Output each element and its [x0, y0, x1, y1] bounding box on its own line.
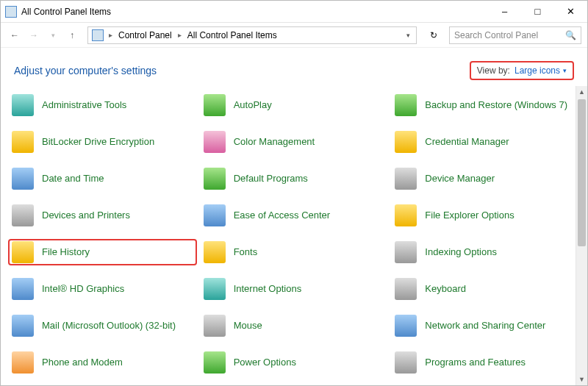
indexing-options-icon	[394, 240, 417, 264]
view-by-selector[interactable]: View by: Large icons ▾	[470, 61, 574, 80]
chevron-right-icon[interactable]: ▸	[106, 31, 115, 39]
address-dropdown-icon[interactable]: ▾	[401, 32, 415, 39]
address-bar[interactable]: ▸ Control Panel ▸ All Control Panel Item…	[87, 26, 417, 44]
cp-item-ease-of-access-center[interactable]: Ease of Access Center	[200, 202, 389, 229]
power-options-icon	[203, 351, 226, 374]
cp-item-backup-and-restore[interactable]: Backup and Restore (Windows 7)	[391, 92, 580, 118]
cp-item-power-options[interactable]: Power Options	[200, 349, 389, 376]
heading-row: Adjust your computer's settings View by:…	[1, 48, 587, 85]
cp-item-file-explorer-options[interactable]: File Explorer Options	[391, 202, 580, 229]
file-history-icon	[11, 240, 35, 264]
refresh-button[interactable]: ↻	[424, 26, 443, 44]
cp-item-label: Credential Manager	[425, 136, 509, 148]
search-input[interactable]: Search Control Panel 🔍	[449, 26, 581, 44]
cp-item-internet-options[interactable]: Internet Options	[200, 276, 389, 302]
cp-item-label: Phone and Modem	[42, 357, 123, 368]
cp-item-keyboard[interactable]: Keyboard	[391, 276, 580, 302]
cp-item-label: AutoPlay	[234, 99, 272, 111]
search-icon: 🔍	[565, 30, 576, 40]
phone-and-modem-icon	[11, 351, 35, 374]
cp-item-fonts[interactable]: Fonts	[200, 239, 389, 265]
cp-item-credential-manager[interactable]: Credential Manager	[391, 129, 580, 155]
programs-and-features-icon	[394, 351, 417, 374]
autoplay-icon	[203, 93, 226, 117]
navbar: ← → ▾ ↑ ▸ Control Panel ▸ All Control Pa…	[1, 23, 587, 48]
breadcrumb-root[interactable]: Control Panel	[115, 30, 175, 40]
cp-item-phone-and-modem[interactable]: Phone and Modem	[8, 349, 197, 376]
cp-item-label: Power Options	[234, 357, 296, 368]
up-button[interactable]: ↑	[64, 27, 80, 43]
vertical-scrollbar[interactable]: ▲ ▼	[576, 86, 587, 385]
cp-item-network-and-sharing-center[interactable]: Network and Sharing Center	[391, 312, 580, 339]
default-programs-icon	[203, 167, 226, 190]
cp-item-label: Devices and Printers	[42, 210, 130, 221]
date-and-time-icon	[11, 167, 35, 190]
intel-hd-graphics-icon	[11, 277, 35, 301]
internet-options-icon	[203, 277, 226, 301]
cp-item-label: Backup and Restore (Windows 7)	[425, 99, 567, 111]
credential-manager-icon	[394, 130, 417, 154]
minimize-button[interactable]: –	[488, 1, 521, 23]
cp-item-devices-and-printers[interactable]: Devices and Printers	[8, 202, 197, 229]
cp-item-label: Internet Options	[234, 283, 302, 295]
back-button[interactable]: ←	[7, 27, 23, 43]
cp-item-label: Fonts	[234, 246, 258, 258]
window-buttons: – □ ✕	[488, 1, 587, 23]
cp-item-label: Administrative Tools	[42, 99, 126, 111]
forward-button[interactable]: →	[26, 27, 42, 43]
page-heading: Adjust your computer's settings	[14, 65, 157, 76]
bitlocker-drive-encryption-icon	[11, 130, 35, 154]
cp-item-label: Device Manager	[425, 173, 495, 185]
cp-item-label: Indexing Options	[425, 246, 497, 258]
cp-item-indexing-options[interactable]: Indexing Options	[391, 239, 580, 265]
cp-item-bitlocker-drive-encryption[interactable]: BitLocker Drive Encryption	[8, 129, 197, 155]
cp-item-mouse[interactable]: Mouse	[200, 312, 389, 339]
cp-item-label: Color Management	[234, 136, 315, 148]
cp-item-label: Date and Time	[42, 173, 104, 185]
cp-item-label: BitLocker Drive Encryption	[42, 136, 154, 148]
scroll-thumb[interactable]	[578, 99, 586, 246]
ease-of-access-center-icon	[203, 204, 226, 227]
cp-item-administrative-tools[interactable]: Administrative Tools	[8, 92, 197, 118]
breadcrumb-current[interactable]: All Control Panel Items	[184, 30, 280, 40]
window-title: All Control Panel Items	[21, 7, 488, 17]
view-by-label: View by:	[477, 65, 510, 76]
close-button[interactable]: ✕	[554, 1, 587, 23]
recent-locations-button[interactable]: ▾	[45, 27, 61, 43]
cp-item-label: Default Programs	[234, 173, 308, 185]
control-panel-icon	[92, 29, 104, 41]
cp-item-label: Mouse	[234, 320, 262, 332]
cp-item-autoplay[interactable]: AutoPlay	[200, 92, 389, 118]
scroll-up-button[interactable]: ▲	[576, 86, 587, 98]
cp-item-label: Intel® HD Graphics	[42, 283, 124, 295]
cp-item-programs-and-features[interactable]: Programs and Features	[391, 349, 580, 376]
cp-item-label: Programs and Features	[425, 357, 526, 368]
cp-item-label: File History	[42, 246, 90, 258]
cp-item-label: Mail (Microsoft Outlook) (32-bit)	[42, 320, 176, 332]
cp-item-file-history[interactable]: File History	[8, 239, 197, 265]
file-explorer-options-icon	[394, 204, 417, 227]
keyboard-icon	[394, 277, 417, 301]
backup-and-restore-icon	[394, 93, 417, 117]
devices-and-printers-icon	[11, 204, 35, 227]
view-by-value: Large icons	[514, 65, 560, 76]
cp-item-color-management[interactable]: Color Management	[200, 129, 389, 155]
chevron-right-icon[interactable]: ▸	[175, 31, 184, 39]
color-management-icon	[203, 130, 226, 154]
search-placeholder: Search Control Panel	[454, 30, 538, 40]
scroll-down-button[interactable]: ▼	[576, 374, 587, 385]
cp-item-mail-outlook[interactable]: Mail (Microsoft Outlook) (32-bit)	[8, 312, 197, 339]
items-grid: Administrative ToolsAutoPlayBackup and R…	[1, 86, 587, 382]
cp-item-default-programs[interactable]: Default Programs	[200, 165, 389, 192]
administrative-tools-icon	[11, 93, 35, 117]
chevron-down-icon: ▾	[563, 67, 567, 74]
maximize-button[interactable]: □	[521, 1, 554, 23]
cp-item-date-and-time[interactable]: Date and Time	[8, 165, 197, 192]
titlebar: All Control Panel Items – □ ✕	[1, 1, 587, 23]
cp-item-label: Keyboard	[425, 283, 466, 295]
content-area: Administrative ToolsAutoPlayBackup and R…	[1, 86, 587, 385]
cp-item-device-manager[interactable]: Device Manager	[391, 165, 580, 192]
cp-item-intel-hd-graphics[interactable]: Intel® HD Graphics	[8, 276, 197, 302]
mouse-icon	[203, 314, 226, 337]
cp-item-label: Ease of Access Center	[234, 210, 331, 221]
